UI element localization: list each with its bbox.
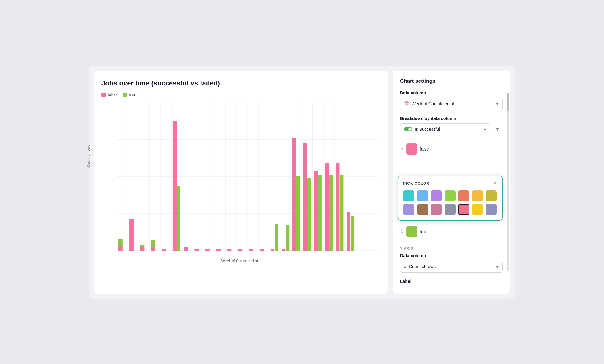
color-cell-mauve[interactable] [431, 204, 442, 215]
color-cell-brown[interactable] [417, 204, 428, 215]
scrollbar-track[interactable] [507, 93, 509, 271]
data-column-value: Week of Completed at [412, 101, 454, 106]
picker-close-button[interactable]: ✕ [493, 181, 497, 186]
picker-title: PICK COLOR [403, 181, 429, 186]
true-color-label: true [420, 229, 427, 234]
color-cell-orange[interactable] [458, 190, 469, 201]
svg-rect-64 [314, 171, 318, 251]
legend-item-true: true [123, 92, 137, 97]
svg-rect-53 [238, 249, 242, 251]
chart-title: Jobs over time (successful vs failed) [101, 79, 378, 87]
svg-rect-37 [129, 219, 134, 251]
false-color-label: false [420, 147, 429, 151]
x-axis-label: Week of Completed at [221, 259, 258, 263]
svg-rect-48 [184, 247, 188, 251]
color-cell-periwinkle[interactable] [486, 204, 497, 215]
y-axis-label: Count of rows [86, 144, 91, 167]
chart-wrapper: Count of rows [101, 103, 378, 263]
legend-label-false: false [108, 92, 117, 97]
false-color-section: ⠿ false [400, 142, 503, 156]
chevron-down-icon: ▾ [496, 101, 499, 107]
svg-rect-47 [177, 186, 180, 251]
y-data-column-label: Data column [400, 253, 503, 258]
legend-swatch-true [123, 93, 127, 97]
svg-rect-35 [118, 246, 123, 251]
legend-label-true: true [129, 92, 137, 97]
svg-rect-66 [325, 163, 329, 251]
svg-rect-69 [340, 175, 344, 251]
svg-rect-50 [205, 249, 210, 251]
hash-icon: # [404, 264, 407, 269]
drag-handle-false[interactable]: ⠿ [400, 146, 404, 152]
color-cell-slate[interactable] [445, 204, 456, 215]
yaxis-section: Y-AXIS Data column # Count of rows ▾ [400, 246, 503, 273]
main-container: Jobs over time (successful vs failed) fa… [89, 66, 515, 299]
color-picker-popup: PICK COLOR ✕ [398, 176, 503, 221]
svg-rect-67 [329, 175, 333, 251]
svg-rect-55 [260, 249, 264, 251]
svg-rect-56 [271, 249, 274, 251]
y-label-section: Label [400, 279, 503, 284]
settings-title: Chart settings [400, 78, 503, 84]
scrollbar-thumb[interactable] [507, 93, 509, 111]
color-cell-teal[interactable] [403, 190, 414, 201]
svg-rect-36 [118, 239, 123, 246]
y-data-column-value: Count of rows [409, 264, 436, 269]
svg-rect-52 [227, 249, 231, 251]
toggle-icon [404, 127, 412, 131]
svg-rect-42 [162, 249, 166, 251]
drag-handle-true[interactable]: ⠿ [400, 229, 404, 234]
svg-rect-58 [282, 249, 286, 251]
label-section: Label [400, 279, 503, 286]
color-cell-lavender[interactable] [403, 204, 414, 215]
svg-rect-41 [151, 240, 155, 247]
svg-rect-61 [296, 176, 300, 251]
svg-rect-38 [140, 247, 144, 251]
svg-rect-62 [303, 143, 307, 251]
picker-header: PICK COLOR ✕ [403, 181, 497, 186]
calendar-icon: 📅 [404, 101, 409, 106]
color-cell-blue[interactable] [417, 190, 428, 201]
breakdown-label: Breakdown by data column [400, 116, 503, 121]
color-grid [403, 190, 497, 215]
data-column-section: Data column 📅 Week of Completed at ▾ [400, 90, 503, 110]
delete-breakdown-button[interactable]: 🗑 [493, 124, 503, 134]
svg-rect-57 [275, 224, 278, 251]
svg-rect-63 [307, 178, 311, 251]
true-color-section: ⠿ true [400, 224, 503, 239]
svg-rect-68 [336, 163, 340, 251]
svg-rect-54 [249, 249, 253, 251]
color-cell-olive[interactable] [486, 190, 497, 201]
data-column-label: Data column [400, 90, 503, 95]
legend-item-false: false [101, 92, 117, 97]
chart-area: Jobs over time (successful vs failed) fa… [94, 71, 388, 294]
svg-rect-59 [286, 225, 290, 251]
svg-rect-71 [351, 216, 354, 251]
chart-svg: 0 1k 2k 3k 4k [117, 103, 378, 251]
color-cell-amber[interactable] [472, 190, 483, 201]
color-cell-pink[interactable] [458, 204, 469, 215]
y-data-column-dropdown[interactable]: # Count of rows ▾ [400, 261, 503, 273]
svg-rect-49 [194, 249, 199, 251]
false-color-row: ⠿ false [400, 142, 503, 156]
yaxis-divider: Y-AXIS [400, 246, 503, 250]
svg-rect-60 [292, 138, 296, 251]
false-color-swatch[interactable] [406, 143, 417, 155]
svg-rect-51 [216, 249, 221, 251]
legend-swatch-false [101, 93, 106, 97]
true-color-swatch[interactable] [406, 226, 417, 237]
chart-legend: false true [101, 92, 378, 97]
breakdown-section: Breakdown by data column Is Successful ▾… [400, 116, 503, 135]
chevron-down-y-icon: ▾ [496, 264, 499, 270]
color-cell-green[interactable] [445, 190, 456, 201]
color-cell-purple[interactable] [431, 190, 442, 201]
true-color-row: ⠿ true [400, 224, 503, 239]
svg-rect-40 [151, 247, 155, 251]
svg-rect-70 [347, 212, 350, 251]
svg-rect-39 [140, 245, 144, 247]
svg-rect-46 [173, 121, 176, 251]
breakdown-dropdown[interactable]: Is Successful ▾ [400, 123, 490, 135]
color-cell-yellow[interactable] [472, 204, 483, 215]
breakdown-value: Is Successful [415, 127, 440, 132]
data-column-dropdown[interactable]: 📅 Week of Completed at ▾ [400, 98, 503, 110]
